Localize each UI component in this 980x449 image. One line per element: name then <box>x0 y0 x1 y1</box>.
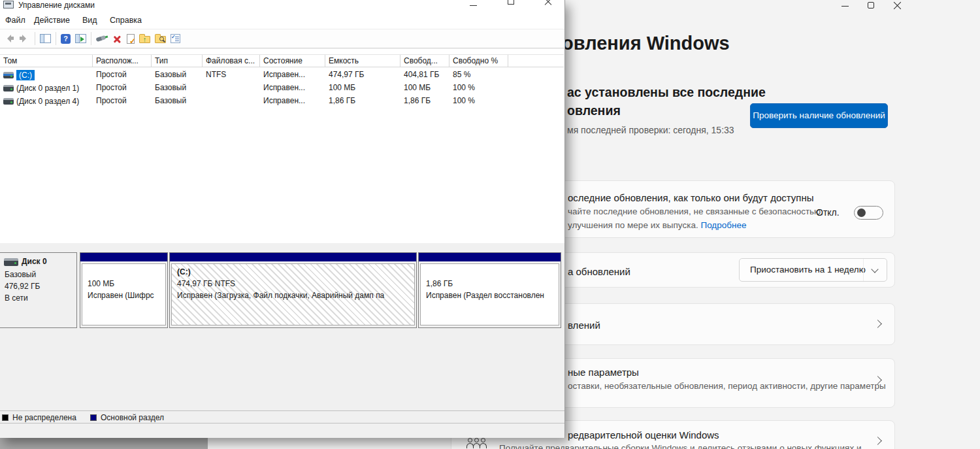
column-header-type[interactable]: Тип <box>152 55 203 67</box>
console-tree-icon[interactable] <box>40 34 51 43</box>
partition-recovery[interactable]: 1,86 ГБ Исправен (Раздел восстановлен <box>418 252 561 328</box>
insider-program-title: редварительной оценки Windows <box>568 429 719 441</box>
legend-bar: Не распределена Основной раздел <box>0 410 564 424</box>
disk0-panel[interactable]: Диск 0 Базовый 476,92 ГБ В сети <box>0 252 77 328</box>
settings-maximize-button[interactable] <box>862 0 882 12</box>
column-header-free[interactable]: Свобод... <box>400 55 449 67</box>
cell-type: Базовый <box>152 95 203 108</box>
partition-color-bar <box>80 253 167 261</box>
learn-more-link[interactable]: Подробнее <box>700 220 746 230</box>
legend-unallocated: Не распределена <box>2 413 76 422</box>
cell-type: Базовый <box>152 69 203 82</box>
partition-size: 100 МБ <box>88 279 114 288</box>
maximize-icon <box>508 0 514 5</box>
card-description-line2: улучшения по мере их выпуска. Подробнее <box>568 220 746 230</box>
person-body <box>480 443 487 448</box>
column-header-free-pct[interactable]: Свободно % <box>449 55 508 67</box>
settings-minimize-button[interactable] <box>836 0 856 12</box>
menu-file[interactable]: Файл <box>5 16 25 25</box>
column-header-status[interactable]: Состояние <box>260 55 325 67</box>
cell-capacity: 100 МБ <box>325 82 400 95</box>
partition-size: 1,86 ГБ <box>426 279 453 288</box>
cell-layout: Простой <box>93 69 152 82</box>
title-bar[interactable]: Управление дисками <box>0 0 564 12</box>
pause-for-one-week-button[interactable]: Приостановить на 1 неделю <box>739 258 887 282</box>
volume-name: (Диск 0 раздел 1) <box>16 84 79 93</box>
cell-fs <box>203 95 260 108</box>
folder-up-icon[interactable]: ↑ <box>139 36 150 43</box>
table-row[interactable]: (Диск 0 раздел 4) Простой Базовый Исправ… <box>0 95 564 108</box>
get-latest-updates-toggle[interactable] <box>854 206 883 220</box>
partition-color-bar <box>170 253 416 261</box>
action-tool-icon[interactable] <box>96 34 108 43</box>
legend-primary-partition: Основной раздел <box>90 413 164 422</box>
partition-body-selected: (C:) 474,97 ГБ NTFS Исправен (Загрузка, … <box>171 263 415 325</box>
cell-capacity: 1,86 ГБ <box>325 95 400 108</box>
disk0-status: В сети <box>5 293 28 303</box>
menu-view[interactable]: Вид <box>82 16 97 25</box>
column-header-layout[interactable]: Располож... <box>93 55 152 67</box>
check-document-icon[interactable] <box>127 34 135 44</box>
card-description-line1: чайте последние обновления, не связанные… <box>568 207 823 216</box>
close-icon <box>894 2 901 9</box>
minimize-button[interactable] <box>464 0 483 12</box>
check-for-updates-button[interactable]: Проверить наличие обновлений <box>750 103 888 128</box>
toolbar: ↑ <box>0 29 564 48</box>
cell-status: Исправен... <box>260 82 325 95</box>
cell-free: 1,86 ГБ <box>400 95 449 108</box>
table-header: Том Располож... Тип Файловая с... Состоя… <box>0 54 564 67</box>
chevron-right-icon <box>874 437 882 445</box>
cell-status: Исправен... <box>260 95 325 108</box>
legend-label: Основной раздел <box>101 413 164 422</box>
cell-free: 100 МБ <box>400 82 449 95</box>
advanced-options-description: оставки, необязательные обновления, пери… <box>568 381 886 391</box>
column-header-empty <box>508 55 564 67</box>
desktop: овления Windows ас установлены все после… <box>0 0 980 449</box>
console-play-icon[interactable] <box>75 34 86 43</box>
maximize-button[interactable] <box>502 0 521 12</box>
cell-free-pct: 100 % <box>449 82 508 95</box>
close-button[interactable] <box>540 0 559 12</box>
menu-help[interactable]: Справка <box>110 16 142 25</box>
cell-free-pct: 85 % <box>449 69 508 82</box>
table-row[interactable]: (Диск 0 раздел 1) Простой Базовый Исправ… <box>0 82 564 95</box>
volume-drive-icon <box>3 85 14 91</box>
volume-name: (C:) <box>16 70 35 80</box>
chevron-down-icon <box>871 265 878 273</box>
person-head <box>474 438 479 442</box>
cell-layout: Простой <box>93 82 152 95</box>
partition-efi[interactable]: 100 МБ Исправен (Шифрс <box>80 252 168 328</box>
cell-fs <box>203 82 260 95</box>
column-header-capacity[interactable]: Емкость <box>325 55 400 67</box>
column-header-fs[interactable]: Файловая с... <box>203 55 260 67</box>
update-status-heading-line2: овления <box>567 103 621 118</box>
volume-drive-icon <box>3 72 14 78</box>
column-header-volume[interactable]: Том <box>0 55 93 67</box>
last-checked-text: мя последней проверки: сегодня, 15:33 <box>567 125 734 135</box>
disk0-type: Базовый <box>5 270 36 279</box>
forward-arrow-icon[interactable] <box>19 34 30 43</box>
partition-body: 100 МБ Исправен (Шифрс <box>82 263 166 325</box>
volume-list: Том Располож... Тип Файловая с... Состоя… <box>0 49 564 243</box>
settings-close-button[interactable] <box>890 0 909 12</box>
legend-swatch-black <box>2 414 8 421</box>
folder-search-icon[interactable] <box>155 36 166 43</box>
back-arrow-icon[interactable] <box>3 34 14 43</box>
help-icon[interactable] <box>61 34 71 44</box>
partition-status: Исправен (Раздел восстановлен <box>426 291 544 300</box>
person-head <box>481 438 485 442</box>
partition-name: (C:) <box>177 267 191 276</box>
cell-layout: Простой <box>93 95 152 108</box>
pause-dropdown-segment[interactable] <box>863 259 887 281</box>
delete-cross-icon[interactable] <box>112 34 122 44</box>
partition-strip: 100 МБ Исправен (Шифрс (C:) 474,97 ГБ NT… <box>80 252 562 328</box>
window-title: Управление дисками <box>18 1 95 10</box>
minimize-icon <box>841 6 849 7</box>
disk0-name: Диск 0 <box>22 257 47 266</box>
partition-status: Исправен (Шифрс <box>88 291 154 300</box>
properties-list-icon[interactable] <box>171 34 180 43</box>
chevron-right-icon <box>874 320 882 328</box>
table-row[interactable]: (C:) Простой Базовый NTFS Исправен... 47… <box>0 69 564 82</box>
partition-c[interactable]: (C:) 474,97 ГБ NTFS Исправен (Загрузка, … <box>169 252 417 328</box>
menu-action[interactable]: Действие <box>34 16 70 25</box>
